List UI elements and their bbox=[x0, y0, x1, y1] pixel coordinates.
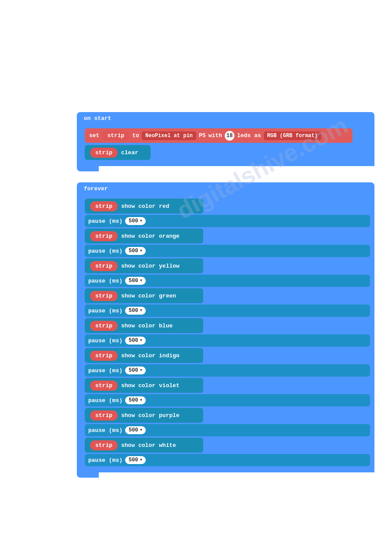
pause-value-2[interactable]: 500 bbox=[125, 277, 146, 285]
color-indigo: indigo bbox=[159, 352, 180, 359]
with-keyword: with bbox=[209, 132, 222, 139]
pause-white[interactable]: pause (ms) 500 bbox=[85, 454, 370, 466]
pause-value-4[interactable]: 500 bbox=[125, 337, 146, 345]
show-color-green-block[interactable]: strip show color green bbox=[85, 288, 203, 303]
strip-pill-purple[interactable]: strip bbox=[90, 410, 118, 421]
strip-pill-green[interactable]: strip bbox=[90, 291, 118, 301]
on-start-footer bbox=[77, 166, 99, 171]
strip-pill-white[interactable]: strip bbox=[90, 440, 118, 450]
on-start-label: on start bbox=[84, 115, 111, 122]
strip-pill-red[interactable]: strip bbox=[90, 201, 118, 211]
show-color-indigo-block[interactable]: strip show color indigo bbox=[85, 348, 203, 363]
strip-pill-yellow[interactable]: strip bbox=[90, 261, 118, 271]
pause-ms-label-0: pause (ms) bbox=[88, 218, 122, 225]
on-start-group: on start set strip to NeoPixel at pin P5… bbox=[77, 112, 374, 171]
color-blue: blue bbox=[159, 323, 173, 329]
pause-ms-label-3: pause (ms) bbox=[88, 308, 122, 314]
clear-action: clear bbox=[121, 149, 138, 156]
on-start-body: set strip to NeoPixel at pin P5 with 18 … bbox=[77, 125, 374, 166]
pause-purple[interactable]: pause (ms) 500 bbox=[85, 424, 370, 436]
leds-count-badge[interactable]: 18 bbox=[225, 131, 234, 141]
show-color-text-red: show color bbox=[121, 203, 155, 210]
strip-variable-set[interactable]: strip bbox=[102, 131, 129, 141]
show-color-purple-block[interactable]: strip show color purple bbox=[85, 408, 203, 423]
show-color-yellow-block[interactable]: strip show color yellow bbox=[85, 258, 203, 273]
leds-as-keyword: leds as bbox=[237, 132, 261, 139]
pause-orange[interactable]: pause (ms) 500 bbox=[85, 245, 370, 257]
pause-indigo[interactable]: pause (ms) 500 bbox=[85, 364, 370, 377]
pause-value-3[interactable]: 500 bbox=[125, 307, 146, 315]
strip-clear-block[interactable]: strip clear bbox=[85, 145, 151, 160]
pause-ms-label-7: pause (ms) bbox=[88, 427, 122, 434]
strip-pill-orange[interactable]: strip bbox=[90, 231, 118, 241]
color-orange: orange bbox=[159, 233, 180, 239]
color-red: red bbox=[159, 203, 169, 210]
show-color-text-violet: show color bbox=[121, 382, 155, 389]
pause-ms-label-4: pause (ms) bbox=[88, 337, 122, 344]
on-start-header: on start bbox=[77, 112, 374, 125]
workspace: on start set strip to NeoPixel at pin P5… bbox=[9, 9, 383, 486]
pause-yellow[interactable]: pause (ms) 500 bbox=[85, 275, 370, 287]
color-purple: purple bbox=[159, 412, 180, 419]
strip-pill-indigo[interactable]: strip bbox=[90, 351, 118, 361]
set-keyword: set bbox=[89, 132, 99, 139]
show-color-white-block[interactable]: strip show color white bbox=[85, 438, 203, 453]
pause-green[interactable]: pause (ms) 500 bbox=[85, 305, 370, 317]
pause-violet[interactable]: pause (ms) 500 bbox=[85, 394, 370, 406]
show-color-text-indigo: show color bbox=[121, 352, 155, 359]
show-color-text-blue: show color bbox=[121, 323, 155, 329]
pause-ms-label-6: pause (ms) bbox=[88, 397, 122, 404]
color-violet: violet bbox=[159, 382, 180, 389]
pause-red[interactable]: pause (ms) 500 bbox=[85, 215, 370, 227]
pause-ms-label-2: pause (ms) bbox=[88, 278, 122, 284]
color-white: white bbox=[159, 442, 176, 449]
pause-ms-label-8: pause (ms) bbox=[88, 457, 122, 464]
color-green: green bbox=[159, 293, 176, 299]
pause-value-6[interactable]: 500 bbox=[125, 396, 146, 404]
show-color-violet-block[interactable]: strip show color violet bbox=[85, 378, 203, 393]
show-color-text-yellow: show color bbox=[121, 263, 155, 269]
pause-value-8[interactable]: 500 bbox=[125, 456, 146, 464]
color-yellow: yellow bbox=[159, 263, 180, 269]
forever-header: forever bbox=[77, 182, 374, 195]
to-keyword: to bbox=[132, 132, 139, 139]
pause-value-1[interactable]: 500 bbox=[125, 247, 146, 255]
pause-blue[interactable]: pause (ms) 500 bbox=[85, 334, 370, 347]
forever-footer bbox=[77, 472, 99, 478]
show-color-blue-block[interactable]: strip show color blue bbox=[85, 318, 203, 333]
pause-ms-label-5: pause (ms) bbox=[88, 367, 122, 374]
neopixel-value[interactable]: NeoPixel at pin bbox=[142, 131, 196, 140]
show-color-text-orange: show color bbox=[121, 233, 155, 239]
show-color-red-block[interactable]: strip show color red bbox=[85, 199, 203, 214]
forever-label: forever bbox=[84, 185, 108, 192]
strip-pill-blue[interactable]: strip bbox=[90, 321, 118, 331]
pause-ms-label-1: pause (ms) bbox=[88, 248, 122, 254]
strip-variable-clear[interactable]: strip bbox=[90, 148, 118, 158]
forever-group: forever strip show color red pause (ms) … bbox=[77, 182, 374, 478]
show-color-orange-block[interactable]: strip show color orange bbox=[85, 229, 203, 243]
set-strip-block[interactable]: set strip to NeoPixel at pin P5 with 18 … bbox=[85, 128, 352, 143]
pause-value-7[interactable]: 500 bbox=[125, 426, 146, 434]
show-color-text-purple: show color bbox=[121, 412, 155, 419]
show-color-text-white: show color bbox=[121, 442, 155, 449]
show-color-text-green: show color bbox=[121, 293, 155, 299]
strip-pill-violet[interactable]: strip bbox=[90, 381, 118, 391]
pause-value-5[interactable]: 500 bbox=[125, 366, 146, 374]
format-value[interactable]: RGB (GRB format) bbox=[264, 131, 321, 140]
forever-body: strip show color red pause (ms) 500 stri… bbox=[77, 195, 374, 472]
pin-value: P5 bbox=[199, 132, 206, 139]
pause-value-0[interactable]: 500 bbox=[125, 217, 146, 225]
